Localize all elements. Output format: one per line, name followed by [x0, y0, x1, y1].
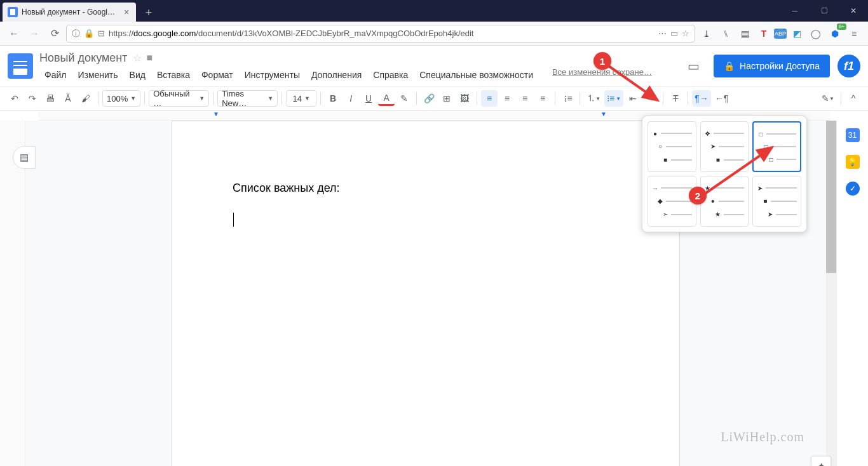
- bullet-option-4[interactable]: → ◆ ➣: [648, 176, 696, 227]
- redo-button[interactable]: ↷: [24, 90, 41, 107]
- address-bar[interactable]: ⓘ 🔒 ⊟ https://docs.google.com/document/d…: [66, 25, 695, 43]
- lock-icon: 🔒: [724, 61, 735, 71]
- info-icon[interactable]: ⓘ: [72, 28, 80, 39]
- comments-icon[interactable]: ▭: [681, 53, 706, 79]
- svg-line-1: [609, 66, 658, 100]
- forward-button[interactable]: →: [25, 25, 43, 43]
- annotation-1: 1: [593, 52, 611, 70]
- extension-t-icon[interactable]: T: [755, 25, 773, 43]
- paint-format-button[interactable]: 🖌: [78, 90, 94, 107]
- menu-format[interactable]: Формат: [196, 67, 238, 83]
- minimize-button[interactable]: ─: [780, 0, 810, 22]
- align-left-button[interactable]: ≡: [481, 90, 498, 107]
- tab-close-icon[interactable]: ×: [122, 8, 131, 17]
- downloads-icon[interactable]: ⤓: [698, 25, 715, 43]
- window-controls: ─ ☐ ✕: [780, 0, 868, 22]
- library-icon[interactable]: ⑊: [717, 25, 735, 43]
- clear-formatting-button[interactable]: T: [667, 90, 684, 107]
- outline-toggle-button[interactable]: ▤: [13, 146, 36, 169]
- menu-edit[interactable]: Изменить: [72, 67, 123, 83]
- reload-button[interactable]: ⟳: [46, 25, 64, 43]
- svg-line-3: [704, 147, 772, 194]
- formatting-toolbar: ↶ ↷ 🖶 Ă 🖌 100%▼ Обычный …▼ Times New…▼ 1…: [0, 86, 868, 110]
- underline-button[interactable]: U: [360, 90, 377, 107]
- collapse-toolbar-button[interactable]: ^: [845, 90, 862, 107]
- menu-addons[interactable]: Дополнения: [306, 67, 367, 83]
- extension-container-icon[interactable]: ⬢9+: [826, 25, 844, 43]
- annotation-arrow-1: [604, 61, 667, 112]
- line-spacing-button[interactable]: ⫶≡: [559, 90, 576, 107]
- paragraph-style-select[interactable]: Обычный …▼: [149, 90, 209, 107]
- move-folder-icon[interactable]: ■: [147, 52, 153, 63]
- highlight-color-button[interactable]: ✎: [396, 90, 412, 107]
- side-panel: 31 💡 ✓: [836, 121, 868, 466]
- spellcheck-button[interactable]: Ă: [60, 90, 76, 107]
- indent-marker-left[interactable]: ▼: [213, 110, 219, 117]
- bold-button[interactable]: B: [325, 90, 341, 107]
- insert-link-button[interactable]: 🔗: [421, 90, 437, 107]
- user-avatar[interactable]: f1: [837, 55, 860, 77]
- italic-button[interactable]: I: [342, 90, 359, 107]
- bullet-option-1[interactable]: ● ○ ■: [648, 121, 696, 172]
- maximize-button[interactable]: ☐: [810, 0, 839, 22]
- docs-favicon: [8, 7, 18, 17]
- menu-bar: Файл Изменить Вид Вставка Формат Инструм…: [39, 67, 652, 83]
- annotation-2: 2: [689, 187, 707, 204]
- menu-icon[interactable]: ≡: [845, 25, 863, 43]
- calendar-icon[interactable]: 31: [846, 128, 860, 142]
- menu-tools[interactable]: Инструменты: [240, 67, 305, 83]
- browser-tab[interactable]: Новый документ - Google До ×: [3, 3, 136, 22]
- align-center-button[interactable]: ≡: [499, 90, 515, 107]
- share-label: Настройки Доступа: [740, 61, 820, 71]
- bookmark-icon[interactable]: ☆: [682, 29, 689, 38]
- page-actions-icon[interactable]: ⋯: [658, 29, 667, 38]
- document-title[interactable]: Новый документ: [39, 51, 128, 65]
- reader-icon[interactable]: ▭: [670, 29, 678, 38]
- font-size-select[interactable]: 14▼: [286, 90, 316, 107]
- permissions-icon[interactable]: ⊟: [98, 29, 105, 38]
- insert-comment-button[interactable]: ⊞: [438, 90, 455, 107]
- document-heading-text: Список важных дел:: [233, 182, 619, 195]
- menu-file[interactable]: Файл: [39, 67, 71, 83]
- document-page[interactable]: Список важных дел:: [172, 121, 680, 466]
- scrollbar-thumb[interactable]: [826, 121, 836, 273]
- vertical-ruler[interactable]: [0, 121, 25, 466]
- explore-button[interactable]: ✦: [811, 456, 831, 466]
- extension-abp-icon[interactable]: ABP: [774, 29, 787, 39]
- align-right-button[interactable]: ≡: [517, 90, 533, 107]
- close-window-button[interactable]: ✕: [839, 0, 868, 22]
- tasks-icon[interactable]: ✓: [846, 182, 860, 196]
- undo-button[interactable]: ↶: [6, 90, 23, 107]
- keep-icon[interactable]: 💡: [846, 155, 860, 169]
- menu-accessibility[interactable]: Специальные возможности: [414, 67, 538, 83]
- docs-logo-icon[interactable]: [8, 53, 33, 79]
- rtl-button[interactable]: ←¶: [712, 90, 731, 107]
- numbered-list-button[interactable]: ⒈▼: [584, 90, 603, 107]
- browser-tab-bar: Новый документ - Google До × + ─ ☐ ✕: [0, 0, 868, 22]
- ltr-button[interactable]: ¶→: [692, 90, 711, 107]
- share-button[interactable]: 🔒 Настройки Доступа: [714, 55, 830, 77]
- vertical-scrollbar[interactable]: [826, 121, 836, 466]
- new-tab-button[interactable]: +: [140, 4, 158, 22]
- text-color-button[interactable]: A: [378, 91, 395, 106]
- star-icon[interactable]: ☆: [133, 52, 142, 64]
- zoom-select[interactable]: 100%▼: [102, 90, 140, 107]
- extension-screenshot-icon[interactable]: ◩: [788, 25, 806, 43]
- tab-title: Новый документ - Google До: [22, 8, 118, 17]
- account-icon[interactable]: ◯: [807, 25, 825, 43]
- back-button[interactable]: ←: [5, 25, 23, 43]
- editing-mode-button[interactable]: ✎▼: [819, 90, 837, 107]
- docs-header: Новый документ ☆ ■ Файл Изменить Вид Вст…: [0, 46, 868, 86]
- watermark: LiWiHelp.com: [721, 430, 804, 444]
- menu-insert[interactable]: Вставка: [152, 67, 195, 83]
- font-select[interactable]: Times New…▼: [217, 90, 278, 107]
- menu-help[interactable]: Справка: [368, 67, 413, 83]
- insert-image-button[interactable]: 🖼: [456, 90, 473, 107]
- url-text: https://docs.google.com/document/d/13kVo…: [109, 29, 654, 38]
- text-cursor-line: [233, 213, 619, 227]
- menu-view[interactable]: Вид: [125, 67, 151, 83]
- sidebar-icon[interactable]: ▤: [736, 25, 754, 43]
- align-justify-button[interactable]: ≡: [534, 90, 551, 107]
- print-button[interactable]: 🖶: [42, 90, 58, 107]
- browser-nav-bar: ← → ⟳ ⓘ 🔒 ⊟ https://docs.google.com/docu…: [0, 22, 868, 46]
